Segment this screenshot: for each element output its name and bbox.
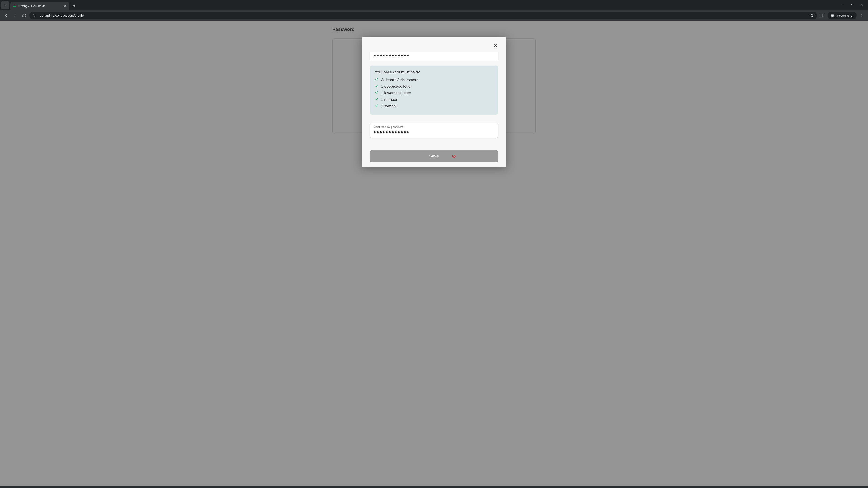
browser-tabstrip: Settings - GoFundMe — [0, 0, 868, 10]
status-bar — [0, 486, 868, 488]
gofundme-favicon-icon — [13, 4, 16, 8]
panel-icon — [820, 13, 825, 18]
check-icon — [375, 90, 379, 96]
browser-tab[interactable]: Settings - GoFundMe — [10, 2, 69, 10]
window-controls — [842, 0, 868, 7]
not-allowed-cursor-icon — [452, 154, 456, 158]
bookmark-button[interactable] — [810, 13, 814, 18]
new-tab-button[interactable] — [71, 2, 78, 9]
password-requirement-text: 1 number — [381, 96, 397, 103]
password-requirements-title: Your password must have: — [375, 70, 493, 74]
back-button[interactable] — [2, 12, 10, 20]
url-text: gofundme.com/account/profile — [40, 14, 807, 18]
confirm-password-value: ●●●●●●●●●●●● — [374, 129, 494, 135]
confirm-password-label: Confirm new password — [374, 125, 494, 129]
svg-point-18 — [862, 14, 862, 15]
close-icon — [493, 43, 498, 48]
maximize-button[interactable] — [851, 3, 854, 7]
password-requirement-text: 1 lowercase letter — [381, 90, 411, 96]
password-requirement-text: 1 symbol — [381, 103, 397, 109]
save-button[interactable]: Save — [370, 150, 498, 162]
maximize-icon — [851, 3, 854, 6]
site-info-button[interactable] — [32, 13, 37, 18]
reload-button[interactable] — [20, 12, 28, 20]
arrow-right-icon — [13, 13, 17, 18]
close-icon — [64, 4, 66, 7]
password-requirement: 1 number — [375, 96, 493, 103]
minimize-icon — [842, 3, 845, 6]
svg-point-19 — [862, 15, 862, 16]
password-requirement-text: At least 12 characters — [381, 77, 418, 84]
tune-icon — [33, 14, 36, 18]
tab-close-button[interactable] — [64, 4, 66, 8]
svg-line-24 — [453, 155, 455, 157]
svg-point-11 — [35, 16, 35, 17]
password-requirement: 1 uppercase letter — [375, 84, 493, 90]
arrow-left-icon — [4, 13, 8, 18]
star-icon — [810, 13, 814, 18]
tab-title: Settings - GoFundMe — [19, 4, 45, 8]
modal-scroll-area[interactable]: ●●●●●●●●●●●● Your password must have: At… — [362, 53, 506, 167]
tabs-dropdown-button[interactable] — [1, 1, 9, 9]
check-icon — [375, 77, 379, 84]
incognito-label: Incognito (2) — [837, 14, 854, 18]
svg-rect-13 — [821, 14, 824, 17]
browser-toolbar: gofundme.com/account/profile Incognito (… — [0, 10, 868, 21]
password-requirements-card: Your password must have: At least 12 cha… — [370, 66, 498, 114]
minimize-button[interactable] — [842, 3, 845, 7]
plus-icon — [73, 4, 76, 7]
check-icon — [375, 103, 379, 109]
svg-point-10 — [34, 14, 34, 15]
close-icon — [860, 3, 863, 6]
check-icon — [375, 84, 379, 90]
modal-close-button[interactable] — [491, 41, 500, 50]
forward-button[interactable] — [11, 12, 19, 20]
save-button-label: Save — [429, 154, 439, 159]
incognito-indicator[interactable]: Incognito (2) — [828, 12, 857, 20]
password-requirement: At least 12 characters — [375, 77, 493, 84]
chrome-menu-button[interactable] — [858, 12, 866, 20]
svg-point-20 — [862, 16, 862, 17]
address-bar[interactable]: gofundme.com/account/profile — [29, 12, 817, 20]
close-window-button[interactable] — [860, 3, 863, 7]
incognito-icon — [831, 13, 835, 18]
password-requirement-text: 1 uppercase letter — [381, 84, 412, 90]
password-requirement: 1 lowercase letter — [375, 90, 493, 96]
password-requirement: 1 symbol — [375, 103, 493, 109]
confirm-password-field[interactable]: Confirm new password ●●●●●●●●●●●● — [370, 123, 498, 138]
check-icon — [375, 96, 379, 103]
new-password-value: ●●●●●●●●●●●● — [374, 53, 494, 59]
svg-rect-5 — [852, 4, 853, 5]
new-password-field[interactable]: ●●●●●●●●●●●● — [370, 53, 498, 61]
svg-marker-12 — [810, 13, 813, 17]
change-password-modal: ●●●●●●●●●●●● Your password must have: At… — [362, 37, 506, 167]
svg-point-16 — [833, 16, 834, 17]
svg-point-15 — [832, 16, 833, 17]
reload-icon — [22, 13, 26, 18]
kebab-icon — [860, 14, 864, 18]
reader-mode-button[interactable] — [818, 12, 826, 20]
chevron-down-icon — [4, 4, 7, 7]
